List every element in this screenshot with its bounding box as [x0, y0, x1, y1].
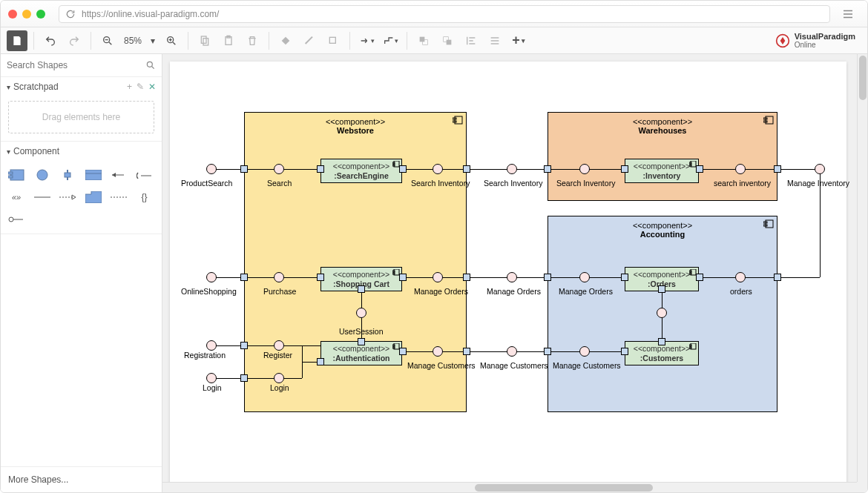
- delete-button[interactable]: [242, 30, 263, 51]
- scratchpad-header[interactable]: ▾Scratchpad +✎✕: [1, 77, 162, 96]
- save-button[interactable]: [7, 30, 27, 51]
- port-sq[interactable]: [399, 348, 407, 355]
- port[interactable]: [735, 272, 746, 282]
- port[interactable]: [433, 346, 443, 357]
- zoom-level[interactable]: 85%: [121, 36, 145, 46]
- align-button[interactable]: [461, 30, 481, 51]
- zoom-dropdown[interactable]: ▾: [148, 30, 158, 51]
- port-sq[interactable]: [544, 165, 551, 173]
- more-shapes-button[interactable]: More Shapes...: [1, 466, 162, 492]
- port-sq[interactable]: [696, 165, 703, 173]
- subcomponent-searchengine[interactable]: <<component>>:SearchEngine: [320, 159, 402, 183]
- port-sq[interactable]: [774, 274, 781, 281]
- scratchpad-drop[interactable]: Drag elements here: [8, 101, 154, 133]
- port-sq[interactable]: [544, 274, 551, 281]
- port-sq[interactable]: [240, 274, 248, 281]
- port-sq[interactable]: [463, 274, 470, 281]
- subcomponent-inventory[interactable]: <<component>>:Inventory: [625, 159, 699, 183]
- address-bar[interactable]: https://online.visual-paradigm.com/: [59, 5, 830, 23]
- close-icon[interactable]: ✕: [148, 82, 156, 92]
- port[interactable]: [579, 346, 590, 357]
- connection-style-button[interactable]: ▾: [356, 30, 377, 51]
- diagram-canvas[interactable]: <<component>>Webstore <<component>>Wareh…: [170, 62, 846, 492]
- redo-button[interactable]: [64, 30, 85, 51]
- paste-button[interactable]: [218, 30, 239, 51]
- port[interactable]: [579, 164, 590, 174]
- port-sq[interactable]: [463, 348, 470, 355]
- component-warehouses[interactable]: <<component>>Warehouses: [548, 112, 777, 201]
- zoom-out-button[interactable]: [97, 30, 118, 51]
- close-window[interactable]: [8, 10, 17, 19]
- fill-button[interactable]: [275, 30, 296, 51]
- port[interactable]: [507, 272, 517, 282]
- port-sq[interactable]: [317, 358, 324, 365]
- port[interactable]: [433, 164, 443, 174]
- port-sq[interactable]: [696, 274, 703, 281]
- port-sq[interactable]: [240, 342, 248, 349]
- port[interactable]: [274, 272, 284, 282]
- component-header[interactable]: ▾Component: [1, 142, 162, 161]
- port[interactable]: [579, 272, 590, 282]
- port-sq[interactable]: [463, 165, 470, 173]
- palette-realize[interactable]: «»: [8, 191, 24, 204]
- port[interactable]: [815, 164, 825, 174]
- port-sq[interactable]: [621, 348, 628, 355]
- port-sq[interactable]: [358, 338, 365, 345]
- port-sq[interactable]: [240, 374, 248, 382]
- palette-constraint[interactable]: {}: [137, 191, 153, 204]
- palette-class[interactable]: [85, 168, 102, 182]
- port[interactable]: [274, 340, 284, 351]
- port[interactable]: [274, 164, 284, 174]
- port-sq[interactable]: [240, 165, 248, 173]
- toback-button[interactable]: [437, 30, 458, 51]
- port-sq[interactable]: [317, 274, 324, 281]
- search-input[interactable]: [7, 60, 145, 70]
- palette-package[interactable]: [85, 191, 102, 204]
- palette-component[interactable]: [8, 168, 24, 182]
- port[interactable]: [206, 340, 217, 351]
- scrollbar-horizontal[interactable]: [162, 482, 857, 492]
- palette-port[interactable]: [59, 168, 76, 182]
- palette-dashed[interactable]: [111, 191, 127, 204]
- port-sq[interactable]: [358, 285, 365, 293]
- port-sq[interactable]: [621, 274, 628, 281]
- port-sq[interactable]: [658, 338, 665, 345]
- port[interactable]: [206, 373, 217, 383]
- undo-button[interactable]: [40, 30, 61, 51]
- minimize-window[interactable]: [22, 10, 31, 19]
- port[interactable]: [433, 272, 443, 282]
- distribute-button[interactable]: [484, 30, 505, 51]
- canvas-area[interactable]: <<component>>Webstore <<component>>Wareh…: [162, 54, 867, 492]
- port[interactable]: [657, 308, 667, 318]
- add-icon[interactable]: +: [127, 82, 132, 92]
- stroke-button[interactable]: [299, 30, 320, 51]
- scrollbar-vertical[interactable]: [857, 54, 867, 482]
- edit-icon[interactable]: ✎: [137, 82, 144, 92]
- port[interactable]: [356, 308, 366, 318]
- palette-node[interactable]: [34, 168, 50, 182]
- brand-logo[interactable]: VisualParadigmOnline: [775, 32, 861, 49]
- port-sq[interactable]: [317, 165, 324, 173]
- port-sq[interactable]: [399, 165, 407, 173]
- shape-search[interactable]: [1, 54, 162, 77]
- port[interactable]: [274, 373, 284, 383]
- palette-arrow[interactable]: [59, 191, 76, 204]
- maximize-window[interactable]: [36, 10, 45, 19]
- waypoint-button[interactable]: ▾: [380, 30, 401, 51]
- palette-assoc[interactable]: [34, 191, 50, 204]
- add-button[interactable]: +▾: [508, 30, 529, 51]
- port-sq[interactable]: [658, 285, 665, 293]
- port[interactable]: [507, 346, 517, 357]
- port-sq[interactable]: [621, 165, 628, 173]
- port-sq[interactable]: [399, 274, 407, 281]
- palette-interface[interactable]: [137, 168, 153, 182]
- port[interactable]: [507, 164, 517, 174]
- tofront-button[interactable]: [413, 30, 434, 51]
- palette-lollipop[interactable]: [8, 213, 24, 226]
- port-sq[interactable]: [774, 165, 781, 173]
- palette-dep[interactable]: [111, 168, 127, 182]
- browser-menu-button[interactable]: [836, 5, 860, 23]
- copy-button[interactable]: [194, 30, 215, 51]
- port[interactable]: [206, 272, 217, 282]
- zoom-in-button[interactable]: [161, 30, 182, 51]
